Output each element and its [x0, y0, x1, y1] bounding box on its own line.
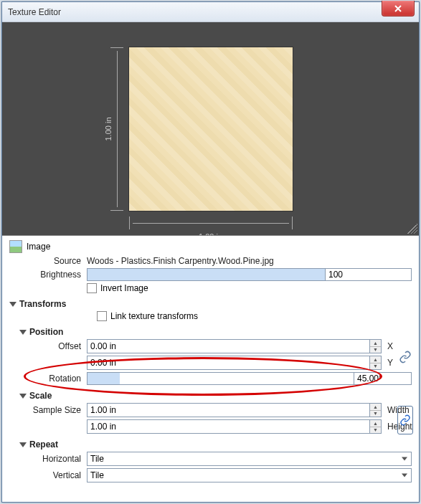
properties-panel: Image Source Woods - Plastics.Finish Car… — [2, 236, 419, 492]
scale-section-toggle[interactable]: Scale — [19, 391, 412, 401]
titlebar[interactable]: Texture Editor — [2, 2, 419, 22]
sample-height-input[interactable]: 1.00 in — [87, 419, 370, 434]
brightness-label: Brightness — [9, 270, 87, 280]
invert-image-checkbox[interactable] — [87, 283, 97, 293]
texture-swatch[interactable]: 1.00 in 1.00 in — [128, 47, 293, 211]
repeat-vertical-dropdown[interactable]: Tile — [87, 468, 412, 482]
source-value: Woods - Plastics.Finish Carpentry.Wood.P… — [87, 256, 274, 266]
offset-x-input[interactable]: 0.00 in — [87, 339, 370, 353]
repeat-horizontal-dropdown[interactable]: Tile — [87, 452, 412, 466]
offset-x-spinner[interactable]: ▲▼ — [370, 339, 382, 353]
transforms-section-toggle[interactable]: Transforms — [9, 299, 412, 309]
position-section-label: Position — [29, 327, 63, 337]
ruler-horizontal — [129, 217, 293, 229]
sample-height-spinner[interactable]: ▲▼ — [370, 419, 382, 434]
link-transforms-label: Link texture transforms — [110, 311, 198, 321]
triangle-down-icon — [9, 302, 16, 307]
window-title: Texture Editor — [8, 7, 61, 17]
source-label: Source — [9, 256, 87, 266]
sample-size-label: Sample Size — [9, 405, 87, 415]
transforms-section-label: Transforms — [19, 299, 66, 309]
offset-link-icon[interactable] — [397, 343, 413, 371]
repeat-horizontal-label: Horizontal — [9, 454, 87, 464]
offset-label: Offset — [9, 341, 87, 351]
repeat-section-toggle[interactable]: Repeat — [19, 439, 412, 450]
close-icon — [394, 4, 402, 13]
scale-link-icon[interactable] — [397, 406, 413, 434]
sample-width-input[interactable]: 1.00 in — [87, 403, 370, 417]
image-section-label: Image — [27, 242, 50, 252]
repeat-vertical-label: Vertical — [9, 470, 87, 480]
offset-y-spinner[interactable]: ▲▼ — [370, 356, 382, 370]
offset-y-input[interactable]: 0.00 in — [87, 356, 370, 370]
brightness-value[interactable]: 100 — [326, 268, 412, 281]
texture-preview-area: 1.00 in 1.00 in — [2, 22, 419, 236]
rotation-value[interactable]: 45.00° — [354, 372, 412, 385]
ruler-horizontal-label: 1.00 in — [199, 232, 222, 237]
position-section-toggle[interactable]: Position — [19, 327, 412, 337]
rotation-label: Rotation — [9, 374, 87, 384]
triangle-down-icon — [19, 330, 27, 335]
brightness-slider[interactable] — [87, 268, 326, 281]
invert-image-label: Invert Image — [100, 283, 148, 293]
ruler-vertical-label: 1.00 in — [103, 117, 112, 141]
rotation-slider[interactable] — [87, 372, 354, 385]
sample-width-spinner[interactable]: ▲▼ — [370, 403, 382, 417]
image-icon — [9, 240, 22, 253]
link-transforms-checkbox[interactable] — [97, 311, 107, 321]
image-section-header: Image — [9, 240, 412, 253]
scale-section-label: Scale — [29, 391, 52, 401]
close-button[interactable] — [382, 1, 415, 16]
texture-editor-window: Texture Editor 1.00 in 1.00 in Image Sou… — [1, 1, 420, 503]
preview-resize-grip[interactable] — [407, 224, 417, 234]
repeat-section-label: Repeat — [29, 439, 58, 450]
triangle-down-icon — [19, 442, 27, 447]
triangle-down-icon — [19, 394, 27, 399]
